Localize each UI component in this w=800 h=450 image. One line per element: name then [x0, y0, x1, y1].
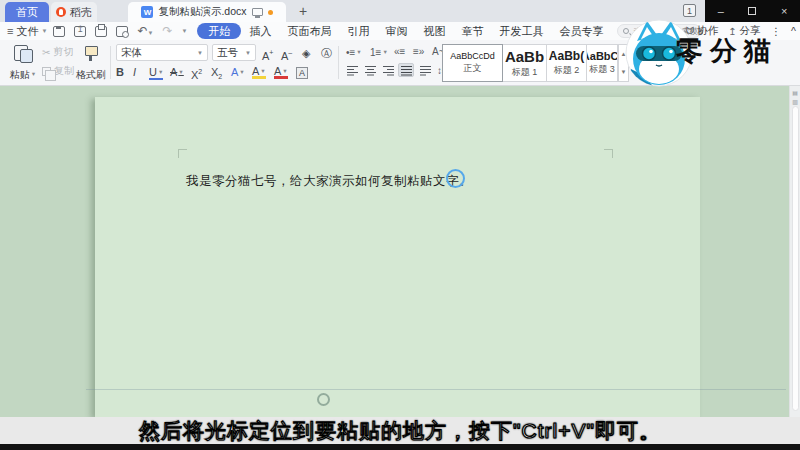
chevron-down-icon: ▼ [41, 28, 47, 34]
style-heading1[interactable]: AaBb 标题 1 [503, 44, 547, 82]
file-menu-button[interactable]: ≡ 文件 ▼ [0, 24, 53, 39]
tab-home[interactable]: 首页 [5, 2, 49, 22]
style-normal[interactable]: AaBbCcDd 正文 [442, 44, 503, 82]
docer-flame-icon [56, 7, 66, 17]
ribbon-tab-insert[interactable]: 插入 [241, 23, 279, 39]
font-color-button[interactable]: A▼ [274, 63, 288, 79]
clear-format-button[interactable]: ◈ [302, 45, 310, 61]
copy-button[interactable]: 复制 [42, 64, 74, 78]
subscript-button[interactable]: X2 [211, 64, 222, 80]
toolbar-separator [338, 46, 339, 79]
strikethrough-button[interactable]: A▼ [170, 64, 184, 80]
undo-icon[interactable]: ↶▼ [137, 24, 153, 38]
tab-docer-label: 稻壳 [70, 5, 92, 20]
align-left-button[interactable] [344, 63, 360, 77]
redo-icon[interactable]: ↷ [162, 24, 172, 38]
align-center-icon [364, 65, 377, 76]
paste-button[interactable]: 粘贴▼ [6, 43, 40, 83]
scrollbar-thumb[interactable] [792, 106, 799, 411]
ribbon-tab-references[interactable]: 引用 [339, 23, 377, 39]
video-progress-knob[interactable] [317, 393, 330, 406]
ribbon-tab-home[interactable]: 开始 [197, 23, 241, 39]
new-tab-button[interactable]: + [293, 0, 313, 22]
ribbon-tab-developer[interactable]: 开发工具 [491, 23, 551, 39]
document-body-text[interactable]: 我是零分猫七号，给大家演示如何复制粘贴文字。 [186, 173, 472, 190]
screen-share-icon[interactable] [252, 8, 263, 16]
number-list-button[interactable]: 1≡▼ [370, 45, 388, 59]
format-painter-button[interactable]: 格式刷 [76, 43, 106, 83]
subtitle-text: 然后将光标定位到要粘贴的地方，按下"Ctrl+V"即可。 [139, 417, 661, 445]
bold-button[interactable]: B [116, 64, 124, 80]
increase-font-button[interactable]: A+ [262, 45, 273, 61]
style-heading3[interactable]: AaBbC( 标题 3 [587, 44, 618, 82]
brand-logo-text: 零分猫 [676, 33, 778, 69]
document-canvas[interactable]: 我是零分猫七号，给大家演示如何复制粘贴文字。 [0, 86, 789, 417]
minimize-button[interactable]: – [712, 5, 730, 17]
increase-indent-button[interactable]: ≡» [413, 45, 424, 59]
maximize-button[interactable] [743, 5, 761, 17]
italic-button[interactable]: I [133, 64, 136, 80]
font-size-caret-icon: ▼ [245, 50, 251, 56]
align-right-icon [382, 65, 395, 76]
document-tab-title: 复制粘贴演示.docx [158, 5, 246, 19]
ribbon-tab-review[interactable]: 审阅 [377, 23, 415, 39]
decrease-font-button[interactable]: A– [281, 45, 292, 61]
ribbon-tab-member[interactable]: 会员专享 [551, 23, 611, 39]
paste-clipboard-icon [14, 45, 32, 62]
underline-button[interactable]: U▼ [149, 64, 163, 80]
file-menu-label: 文件 [16, 24, 38, 39]
decrease-indent-button[interactable]: «≡ [394, 45, 405, 59]
document-page[interactable]: 我是零分猫七号，给大家演示如何复制粘贴文字。 [95, 97, 700, 417]
print-icon[interactable] [95, 26, 107, 37]
window-badge: 1 [683, 4, 696, 17]
collapse-ribbon-button[interactable]: ^ [791, 25, 796, 37]
vertical-scrollbar[interactable]: ▤ ▥ [789, 86, 800, 417]
save-icon[interactable] [53, 26, 65, 37]
video-progress-line [86, 389, 786, 390]
highlight-color-button[interactable]: A▼ [252, 63, 266, 79]
tab-docer[interactable]: 稻壳 [51, 2, 97, 22]
distribute-icon [419, 65, 432, 76]
align-right-button[interactable] [380, 63, 396, 77]
justify-icon [400, 65, 413, 76]
style-heading2[interactable]: AaBb( 标题 2 [547, 44, 587, 82]
toolbar-separator [110, 46, 111, 79]
align-center-button[interactable] [362, 63, 378, 77]
ribbon-tab-section[interactable]: 章节 [453, 23, 491, 39]
font-color-caret-icon: ▼ [282, 68, 287, 74]
print-preview-icon[interactable] [116, 26, 128, 37]
font-name-combo[interactable]: 宋体▼ [116, 44, 208, 61]
quick-access-more-icon[interactable]: ▼ [181, 28, 187, 34]
superscript-button[interactable]: X2 [191, 64, 202, 80]
ribbon-tab-page-layout[interactable]: 页面布局 [279, 23, 339, 39]
text-effects-button[interactable]: A▼ [231, 64, 245, 80]
highlight-caret-icon: ▼ [260, 68, 265, 74]
scissors-icon: ✂ [42, 47, 50, 58]
tab-document[interactable]: W 复制粘贴演示.docx [128, 2, 286, 22]
font-size-combo[interactable]: 五号▼ [212, 44, 256, 61]
effects-caret-icon: ▼ [239, 69, 244, 75]
page-nav-icon[interactable]: ▥ [791, 98, 799, 105]
ruler-toggle-icon[interactable]: ▤ [791, 89, 799, 96]
writer-w-icon: W [141, 6, 153, 18]
video-bottom-bar [0, 444, 800, 450]
unsaved-dot-icon [268, 10, 273, 15]
ribbon-tab-view[interactable]: 视图 [415, 23, 453, 39]
paste-caret-icon: ▼ [31, 71, 36, 77]
quick-access-toolbar: ↶▼ ↷ ▼ [53, 24, 187, 38]
phonetic-guide-button[interactable]: Ⓐ [321, 45, 332, 61]
cut-copy-group: ✂剪切 复制 [42, 45, 74, 78]
char-border-button[interactable]: A [296, 64, 308, 80]
close-button[interactable]: × [775, 5, 793, 17]
undo-caret-icon: ▼ [147, 30, 153, 36]
font-name-caret-icon: ▼ [197, 50, 203, 56]
export-icon[interactable] [74, 26, 86, 37]
copy-icon [42, 67, 51, 76]
ribbon-tabs: 开始 插入 页面布局 引用 审阅 视图 章节 开发工具 会员专享 [197, 23, 611, 39]
bullet-list-button[interactable]: •≡▼ [346, 45, 362, 59]
cut-button[interactable]: ✂剪切 [42, 45, 74, 59]
margin-corner-mark [604, 149, 613, 158]
distribute-button[interactable] [417, 63, 433, 77]
justify-button[interactable] [398, 63, 414, 77]
wps-writer-window: 首页 稻壳 W 复制粘贴演示.docx + 1 – × ≡ 文件 ▼ [0, 0, 800, 450]
